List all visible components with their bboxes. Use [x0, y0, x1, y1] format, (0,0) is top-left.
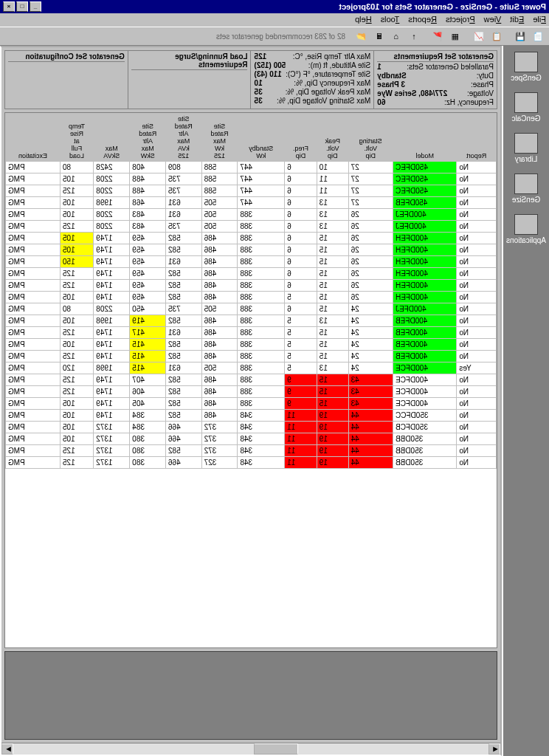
- cell: 415: [130, 351, 166, 362]
- cell: 125: [60, 457, 93, 469]
- cell: PMG: [6, 197, 61, 209]
- table-row[interactable]: No350DFCB4419113483724663841372105PMG: [6, 422, 497, 433]
- table-row[interactable]: No400DFEH261563884866314591749150PMG: [6, 256, 497, 268]
- sidebar-item-gensize[interactable]: GenSize: [503, 171, 549, 211]
- tool-new-icon[interactable]: 📄: [530, 28, 546, 44]
- table-row[interactable]: No350DFCC4419113484865823841749105PMG: [6, 410, 497, 422]
- cell: 105: [60, 398, 93, 410]
- cell: 400DFEH: [393, 244, 456, 256]
- table-row[interactable]: No400DFEH261563884865824591749105PMG: [6, 233, 497, 244]
- cell: No: [457, 221, 497, 233]
- table-row[interactable]: No400DFEB241353884865824191998105PMG: [6, 315, 497, 327]
- cell: 486: [201, 339, 238, 351]
- cell: 15: [317, 374, 348, 386]
- col-header[interactable]: MaxSkVA: [94, 114, 130, 162]
- col-header[interactable]: PeakVolt.Dip: [317, 114, 348, 162]
- menu-help[interactable]: Help: [355, 15, 372, 25]
- menubar: FileEditViewProjectsReportsToolsHelp: [0, 13, 549, 27]
- cell: 466: [165, 422, 201, 433]
- table-row[interactable]: No450DFEC271164475887354882208105PMG: [6, 173, 497, 185]
- scroll-right-icon[interactable]: ►: [1, 743, 13, 755]
- table-row[interactable]: No400DFEB241553884865824151749105PMG: [6, 339, 497, 351]
- tool-home-icon[interactable]: ⌂: [388, 28, 404, 44]
- tool-up-icon[interactable]: ↑: [406, 28, 422, 44]
- col-header[interactable]: Model: [393, 114, 456, 162]
- table-row[interactable]: No450DFEC271164475887354882208125PMG: [6, 185, 497, 197]
- cell: 486: [201, 327, 238, 339]
- table-row[interactable]: No400DFEH261563884865824591749125PMG: [6, 280, 497, 292]
- table-row[interactable]: No400DFEH261563884865824591749125PMG: [6, 268, 497, 280]
- table-row[interactable]: No400DFCE431593884865824061749125PMG: [6, 386, 497, 398]
- table-row[interactable]: Yes400DFCE241353885056314151998120PMG: [6, 362, 497, 374]
- table-row[interactable]: No400DFEB241553884865824151749125PMG: [6, 351, 497, 362]
- cell: 1749: [94, 374, 130, 386]
- cell: PMG: [6, 339, 61, 351]
- col-header[interactable]: Report: [457, 114, 497, 162]
- table-row[interactable]: No350DBB4419113483725823801372125PMG: [6, 445, 497, 457]
- menu-view[interactable]: View: [484, 15, 502, 25]
- close-button[interactable]: ×: [3, 1, 15, 12]
- cell: 582: [165, 244, 201, 256]
- tool-save-icon[interactable]: 💾: [512, 28, 528, 44]
- tool-open-icon[interactable]: 📂: [353, 28, 369, 44]
- table-row[interactable]: No400DFEH261563884865824591749105PMG: [6, 244, 497, 256]
- table-row[interactable]: No450DFEC27106447588809408242880PMG: [6, 162, 497, 173]
- table-row[interactable]: No400DFCE431593884865824071749125PMG: [6, 374, 497, 386]
- table-row[interactable]: No400DFCE431593884865824051749105PMG: [6, 398, 497, 410]
- minimize-button[interactable]: _: [30, 1, 41, 12]
- col-header[interactable]: StandbykW: [238, 114, 285, 162]
- table-row[interactable]: No350DBB4419113483724663801372105PMG: [6, 433, 497, 445]
- info-row: Max Frequency Dip, %:10: [255, 79, 371, 88]
- menu-tools[interactable]: Tools: [381, 15, 400, 25]
- table-row[interactable]: No400DFEJ261363885057354832208125PMG: [6, 221, 497, 233]
- col-header[interactable]: SiteRatedMaxkW125: [201, 114, 238, 162]
- cell: 1749: [94, 280, 130, 292]
- table-row[interactable]: No450DFEB271364475056314681998105PMG: [6, 197, 497, 209]
- col-header[interactable]: SiteRatedAltrMaxSkW: [130, 114, 166, 162]
- cell: 19: [317, 433, 348, 445]
- tool-chart-icon[interactable]: 📈: [471, 28, 487, 44]
- table-row[interactable]: No400DFEB241553884866314171749125PMG: [6, 327, 497, 339]
- cell: 1749: [94, 351, 130, 362]
- sidebar-item-applications[interactable]: Applications: [503, 211, 549, 252]
- menu-projects[interactable]: Projects: [446, 15, 475, 25]
- menu-reports[interactable]: Reports: [408, 15, 437, 25]
- menu-edit[interactable]: Edit: [510, 15, 524, 25]
- cell: 417: [130, 327, 166, 339]
- cell: 388: [238, 209, 285, 221]
- tool-grid-icon[interactable]: ▦: [447, 28, 463, 44]
- col-header[interactable]: SiteRatedAltrMaxkVA125: [165, 114, 201, 162]
- cell: 486: [201, 280, 238, 292]
- cell: 372: [201, 422, 238, 433]
- table-row[interactable]: No400DFEJ24156388505735450220880PMG: [6, 303, 497, 315]
- tool-calc-icon[interactable]: 🖩: [370, 28, 387, 44]
- cell: PMG: [6, 386, 61, 398]
- sidebar-item-genspec[interactable]: GenSpec: [503, 49, 549, 89]
- table-row[interactable]: No400DFEH261553884865824591749105PMG: [6, 292, 497, 303]
- col-header[interactable]: Excitation: [6, 114, 61, 162]
- cell: 372: [201, 433, 238, 445]
- grid-wrap[interactable]: ReportModelStartingVolt.DipPeakVolt.DipF…: [4, 112, 497, 648]
- col-header[interactable]: StartingVolt.Dip: [348, 114, 393, 162]
- sidebar-item-gencalc[interactable]: GenCalc: [503, 89, 549, 130]
- col-header[interactable]: Freq.Dip: [285, 114, 317, 162]
- cell: 13: [317, 315, 348, 327]
- table-row[interactable]: No350DBB4419113483274663801372125PMG: [6, 457, 497, 469]
- col-header[interactable]: TempRiseatFullLoad: [60, 114, 93, 162]
- maximize-button[interactable]: □: [16, 1, 28, 12]
- cell: 388: [238, 351, 285, 362]
- cell: 582: [165, 374, 201, 386]
- cell: PMG: [6, 374, 61, 386]
- cell: 505: [201, 303, 238, 315]
- horizontal-scrollbar[interactable]: ◄ ►: [1, 743, 500, 755]
- info-row: Max Starting Voltage Dip, %:35: [255, 97, 371, 106]
- tool-flag-icon[interactable]: 🚩: [429, 28, 446, 44]
- cell: 43: [348, 374, 393, 386]
- scroll-thumb[interactable]: [254, 743, 298, 755]
- cell: 388: [238, 292, 285, 303]
- sidebar-item-library[interactable]: Library: [503, 130, 549, 171]
- tool-report-icon[interactable]: 📋: [488, 28, 505, 44]
- menu-file[interactable]: File: [533, 15, 546, 25]
- table-row[interactable]: No400DFEJ261363885056314832208105PMG: [6, 209, 497, 221]
- scroll-left-icon[interactable]: ◄: [488, 743, 500, 755]
